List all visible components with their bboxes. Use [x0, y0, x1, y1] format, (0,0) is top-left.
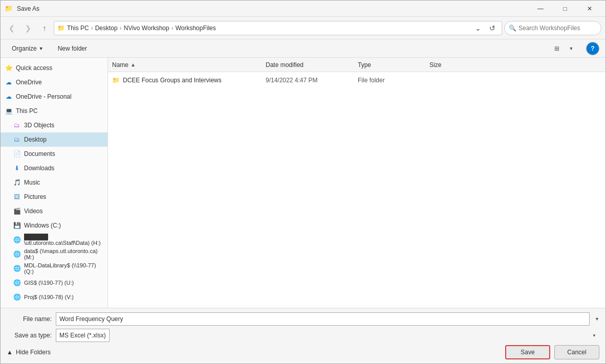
help-button[interactable]: ?: [586, 42, 599, 55]
address-part-1: Desktop: [95, 25, 118, 32]
search-box[interactable]: 🔍: [504, 21, 601, 35]
sidebar-item-label-drive-m: data$ (\\maps.utl.utoronto.ca) (M:): [24, 248, 103, 260]
refresh-button[interactable]: ↺: [486, 22, 499, 34]
sidebar-item-label-drive-u: GIS$ (\\190-77) (U:): [24, 280, 74, 286]
address-part-3: WorkshopFiles: [176, 25, 216, 32]
sidebar-item-drive-m[interactable]: 🌐 data$ (\\maps.utl.utoronto.ca) (M:): [1, 247, 107, 261]
close-button[interactable]: ✕: [578, 1, 601, 17]
sidebar-item-drive-q[interactable]: 🌐 MDL-DataLibrary$ (\\190-77) (Q:): [1, 261, 107, 276]
sidebar-item-onedrive[interactable]: ☁ OneDrive: [1, 75, 107, 89]
sep1: ›: [91, 25, 93, 32]
file-name-label: DCEE Focus Groups and Interviews: [123, 77, 222, 84]
col-name-header[interactable]: Name ▲: [112, 61, 266, 69]
address-folder-icon: 📁: [57, 25, 65, 32]
minimize-button[interactable]: —: [529, 1, 552, 17]
sidebar-item-label-3d-objects: 3D Objects: [24, 122, 54, 129]
music-icon: 🎵: [13, 178, 21, 187]
footer: File name: ▼ Save as type: MS Excel (*.x…: [1, 308, 605, 363]
toolbar: Organize ▼ New folder ⊞ ▼ ?: [1, 39, 605, 58]
sidebar-item-desktop[interactable]: 🗂 Desktop: [1, 132, 107, 147]
col-name-label: Name: [112, 61, 128, 69]
maximize-button[interactable]: □: [553, 1, 577, 17]
action-buttons: Save Cancel: [505, 345, 599, 359]
col-type-header[interactable]: Type: [358, 61, 429, 69]
filename-label: File name:: [7, 315, 52, 323]
desktop-icon: 🗂: [13, 135, 21, 144]
hide-folders-label: Hide Folders: [16, 349, 51, 356]
sidebar-item-label-this-pc: This PC: [16, 107, 38, 115]
search-icon: 🔍: [509, 25, 516, 32]
sidebar-item-label-music: Music: [24, 179, 40, 186]
organize-label: Organize: [12, 45, 37, 52]
address-text: 📁 This PC › Desktop › NVivo Workshop › W…: [57, 25, 470, 32]
col-size-header[interactable]: Size: [429, 61, 481, 69]
address-part-0: This PC: [67, 25, 89, 32]
sidebar-item-documents[interactable]: 📄 Documents: [1, 147, 107, 161]
sidebar-item-3d-objects[interactable]: 🗂 3D Objects: [1, 118, 107, 132]
sidebar-item-label-documents: Documents: [24, 150, 55, 157]
filename-input[interactable]: [56, 312, 590, 326]
file-list: 📁 DCEE Focus Groups and Interviews 9/14/…: [108, 72, 605, 308]
sidebar-item-this-pc[interactable]: 💻 This PC: [1, 104, 107, 118]
chevron-up-icon: ▲: [7, 349, 13, 356]
documents-icon: 📄: [13, 150, 21, 158]
view-options: ⊞ ▼: [550, 42, 578, 55]
address-bar[interactable]: 📁 This PC › Desktop › NVivo Workshop › W…: [54, 21, 502, 35]
downloads-icon: ⬇: [13, 164, 21, 172]
sidebar-item-label-drive-v: Proj$ (\\190-78) (V:): [24, 294, 74, 300]
sidebar-item-drive-h[interactable]: 🌐 ██████ \utl.utoronto.ca\Staff\Data) (H…: [1, 233, 107, 247]
col-size-label: Size: [429, 61, 441, 69]
sep3: ›: [171, 25, 174, 32]
window-title: Save As: [17, 5, 529, 12]
view-chevron-button[interactable]: ▼: [565, 42, 578, 55]
sep2: ›: [120, 25, 122, 32]
sidebar-item-network[interactable]: 🔗 Network: [1, 304, 107, 308]
windows-c-icon: 💾: [13, 221, 21, 230]
up-button[interactable]: ↑: [37, 21, 52, 35]
window-controls: — □ ✕: [529, 1, 601, 17]
address-dropdown-button[interactable]: ⌄: [472, 22, 484, 34]
save-as-dialog: 📁 Save As — □ ✕ ❮ ❯ ↑ 📁 This PC › Deskto…: [0, 0, 606, 364]
column-header: Name ▲ Date modified Type Size: [108, 58, 605, 72]
organize-button[interactable]: Organize ▼: [7, 42, 49, 55]
sidebar-item-onedrive-personal[interactable]: ☁ OneDrive - Personal: [1, 89, 107, 104]
window-icon: 📁: [5, 5, 13, 13]
sidebar-item-quick-access[interactable]: ⭐ Quick access: [1, 61, 107, 75]
new-folder-button[interactable]: New folder: [53, 42, 92, 55]
view-toggle-button[interactable]: ⊞: [550, 42, 564, 55]
forward-button[interactable]: ❯: [21, 21, 35, 35]
onedrive-icon: ☁: [5, 78, 13, 86]
file-name-cell: 📁 DCEE Focus Groups and Interviews: [112, 77, 266, 84]
savetype-select[interactable]: MS Excel (*.xlsx): [56, 329, 110, 342]
drive-q-icon: 🌐: [13, 264, 21, 272]
drive-v-icon: 🌐: [13, 293, 21, 301]
sidebar-item-videos[interactable]: 🎬 Videos: [1, 204, 107, 218]
pictures-icon: 🖼: [13, 193, 21, 201]
sidebar-item-label-drive-h: ██████ \utl.utoronto.ca\Staff\Data) (H:): [24, 234, 103, 246]
sidebar-item-label-onedrive-personal: OneDrive - Personal: [16, 93, 72, 100]
filename-dropdown-icon: ▼: [595, 316, 599, 322]
col-date-header[interactable]: Date modified: [266, 61, 358, 69]
main-panel: Name ▲ Date modified Type Size 📁: [108, 58, 605, 308]
hide-folders-button[interactable]: ▲ Hide Folders: [7, 349, 51, 356]
sidebar-item-label-quick-access: Quick access: [16, 64, 52, 72]
sidebar-item-downloads[interactable]: ⬇ Downloads: [1, 161, 107, 175]
col-date-label: Date modified: [266, 61, 304, 69]
sidebar-item-drive-v[interactable]: 🌐 Proj$ (\\190-78) (V:): [1, 290, 107, 304]
content-area: ⭐ Quick access ☁ OneDrive ☁ OneDrive - P…: [1, 58, 605, 308]
search-input[interactable]: [518, 25, 597, 32]
back-button[interactable]: ❮: [5, 21, 19, 35]
sidebar-item-music[interactable]: 🎵 Music: [1, 175, 107, 190]
quick-access-icon: ⭐: [5, 64, 13, 72]
sidebar-item-drive-u[interactable]: 🌐 GIS$ (\\190-77) (U:): [1, 276, 107, 290]
sidebar-item-label-pictures: Pictures: [24, 193, 46, 200]
sidebar-item-pictures[interactable]: 🖼 Pictures: [1, 190, 107, 204]
save-button[interactable]: Save: [505, 345, 550, 359]
folder-icon: 📁: [112, 77, 120, 84]
filename-row: File name: ▼: [7, 312, 599, 326]
drive-u-icon: 🌐: [13, 279, 21, 287]
table-row[interactable]: 📁 DCEE Focus Groups and Interviews 9/14/…: [108, 73, 605, 87]
sidebar-item-label-windows-c: Windows (C:): [24, 222, 61, 229]
cancel-button[interactable]: Cancel: [554, 345, 599, 359]
sidebar-item-windows-c[interactable]: 💾 Windows (C:): [1, 218, 107, 233]
